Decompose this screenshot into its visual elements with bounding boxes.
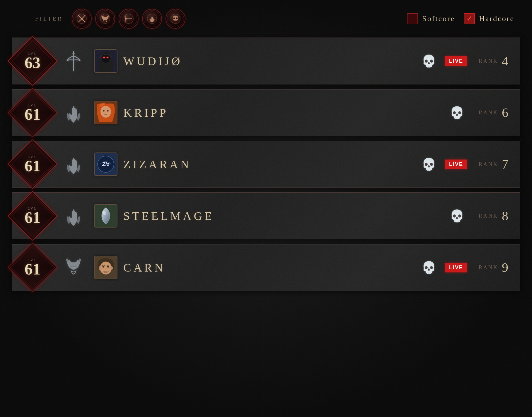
rank-label-4: RANK <box>479 213 498 219</box>
mode-filters: Softcore Hardcore <box>407 13 514 24</box>
class-icon-row-4 <box>59 204 88 228</box>
level-badge-4: LVL 61 <box>9 192 56 239</box>
svg-rect-36 <box>174 21 175 22</box>
svg-point-61 <box>100 106 111 118</box>
level-badge-3: LVL 61 <box>9 141 56 188</box>
rank-number-4: 8 <box>502 209 508 223</box>
class-icons <box>72 9 185 29</box>
class-icon-row-5 <box>59 256 88 279</box>
live-badge-5: LIVE <box>445 263 467 272</box>
svg-rect-38 <box>176 21 177 22</box>
filter-bar: FILTER <box>0 0 532 35</box>
svg-point-35 <box>176 18 178 19</box>
rank-info-2: RANK 6 <box>473 105 520 120</box>
rank-info-5: RANK 9 <box>473 260 520 275</box>
player-name-3: ZIZARAN <box>123 157 413 171</box>
svg-point-34 <box>173 18 175 19</box>
table-row[interactable]: LVL 63 <box>12 38 520 84</box>
skull-icon-4: 💀 <box>450 209 464 223</box>
class-icon-row-1 <box>59 49 88 73</box>
lvl-number-4: 61 <box>25 210 40 226</box>
avatar-1 <box>94 49 117 73</box>
svg-point-89 <box>99 266 101 270</box>
level-badge-2: LVL 61 <box>9 89 56 136</box>
avatar-5 <box>94 256 117 279</box>
rank-label-2: RANK <box>479 110 498 116</box>
filter-label: FILTER <box>35 16 63 22</box>
softcore-label: Softcore <box>422 14 455 23</box>
table-row[interactable]: LVL 61 <box>12 244 520 291</box>
svg-point-63 <box>107 110 109 112</box>
avatar-4 <box>94 204 117 228</box>
level-badge-1: LVL 63 <box>9 38 56 84</box>
player-name-1: WUDIJØ <box>123 54 413 68</box>
class-filter-ranger[interactable] <box>119 9 139 29</box>
hardcore-filter[interactable]: Hardcore <box>464 13 514 24</box>
class-filter-duelist[interactable] <box>72 9 92 29</box>
rank-number-3: 7 <box>502 157 508 172</box>
player-name-4: STEELMAGE <box>123 209 441 223</box>
class-icon-row-3 <box>59 152 88 176</box>
softcore-filter[interactable]: Softcore <box>407 13 455 24</box>
rank-number-1: 4 <box>502 54 508 69</box>
leaderboard: LVL 63 <box>0 35 532 303</box>
lvl-number-2: 61 <box>25 106 40 122</box>
svg-point-90 <box>110 266 113 270</box>
svg-point-24 <box>81 18 83 19</box>
rank-number-2: 6 <box>502 105 508 120</box>
rank-label-5: RANK <box>479 265 498 271</box>
rank-label-3: RANK <box>479 161 498 167</box>
lvl-number-3: 61 <box>25 158 40 174</box>
skull-icon-2: 💀 <box>450 106 464 120</box>
svg-point-52 <box>107 57 108 58</box>
svg-point-51 <box>103 57 105 58</box>
hardcore-label: Hardcore <box>479 14 514 23</box>
avatar-2 <box>94 101 117 124</box>
lvl-number-5: 61 <box>25 261 40 277</box>
rank-info-4: RANK 8 <box>473 209 520 223</box>
class-filter-marauder[interactable] <box>95 9 115 29</box>
class-icon-row-2 <box>59 101 88 124</box>
rank-label-1: RANK <box>479 58 498 64</box>
lvl-number-1: 63 <box>25 55 40 71</box>
live-badge-1: LIVE <box>445 56 467 66</box>
svg-point-87 <box>103 266 105 268</box>
svg-point-88 <box>107 266 109 268</box>
live-badge-3: LIVE <box>445 160 467 169</box>
skull-icon-5: 💀 <box>422 261 436 274</box>
table-row[interactable]: LVL 61 <box>12 192 520 239</box>
rank-info-3: RANK 7 <box>473 157 520 172</box>
table-row[interactable]: LVL 61 Ziz ZIZARAN 💀 <box>12 141 520 188</box>
player-name-2: KRIPP <box>123 106 441 120</box>
avatar-3: Ziz <box>94 152 117 176</box>
rank-info-1: RANK 4 <box>473 54 520 69</box>
svg-point-62 <box>103 110 105 112</box>
class-filter-witch[interactable] <box>142 9 162 29</box>
skull-icon-3: 💀 <box>422 157 436 171</box>
hardcore-checkbox[interactable] <box>464 13 475 24</box>
svg-marker-29 <box>131 18 132 19</box>
softcore-checkbox[interactable] <box>407 13 418 24</box>
table-row[interactable]: LVL 61 <box>12 89 520 136</box>
level-badge-5: LVL 61 <box>9 244 56 291</box>
class-filter-shadow[interactable] <box>166 9 185 29</box>
svg-rect-37 <box>175 21 176 22</box>
player-name-5: CARN <box>123 261 413 274</box>
rank-number-5: 9 <box>502 260 508 275</box>
skull-icon-1: 💀 <box>422 54 436 68</box>
